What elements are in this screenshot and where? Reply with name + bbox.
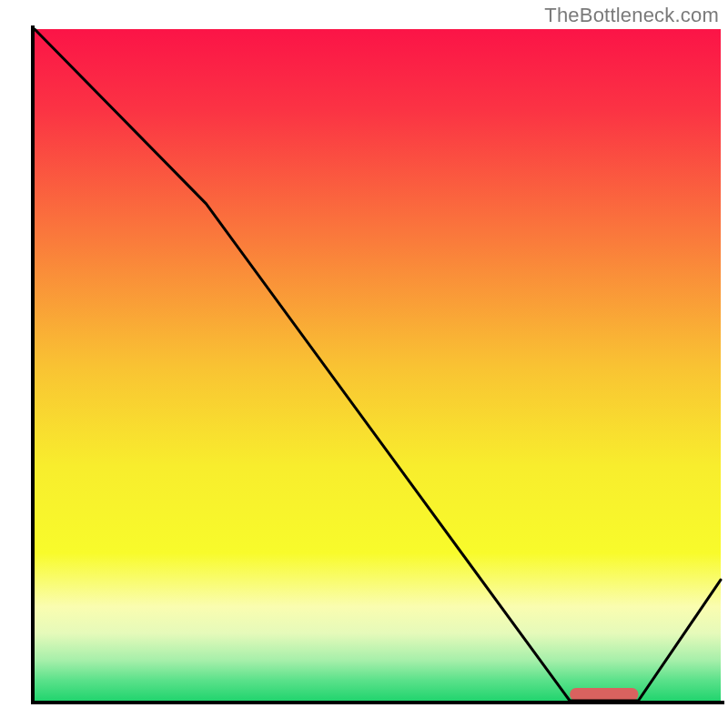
plot-background [35,29,721,701]
optimal-range-marker [570,688,638,701]
bottleneck-chart: TheBottleneck.com [0,0,728,728]
watermark-text: TheBottleneck.com [544,4,719,27]
chart-svg [0,0,728,728]
